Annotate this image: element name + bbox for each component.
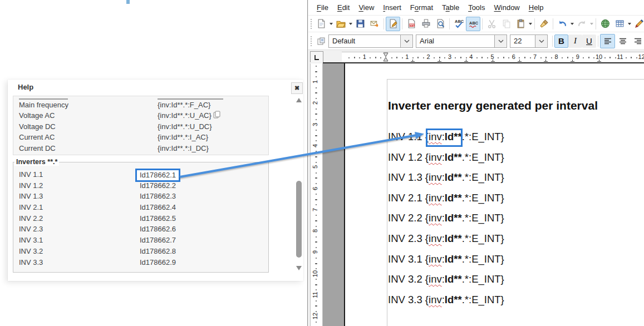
export-pdf-button[interactable]: [404, 17, 419, 31]
margin-marker-icon[interactable]: [383, 52, 389, 62]
close-button[interactable]: ✖: [291, 82, 303, 94]
ruler-number: 6: [512, 53, 515, 60]
vertical-ruler-scale[interactable]: 123456789101112: [310, 63, 323, 326]
ruler-number: 3: [448, 53, 451, 60]
paste-button[interactable]: [513, 17, 528, 31]
scroll-thumb[interactable]: [296, 181, 302, 258]
chevron-down-icon[interactable]: [535, 35, 547, 47]
dropdown-caret-icon[interactable]: [627, 17, 632, 31]
hyperlink-button[interactable]: [598, 17, 612, 31]
ruler-number: 8: [554, 53, 558, 60]
ruler-tick: [316, 311, 317, 312]
ruler-tick: [316, 98, 317, 99]
toolbar-grip[interactable]: [311, 19, 312, 29]
document-page[interactable]: Inverter energy generated per interval I…: [345, 63, 644, 326]
redo-button[interactable]: [574, 17, 589, 31]
ruler-tick: [316, 268, 317, 269]
align-right-button[interactable]: [630, 34, 644, 48]
ruler-tick: [315, 92, 317, 93]
dropdown-caret-icon[interactable]: [589, 17, 594, 31]
menu-item-insert[interactable]: Insert: [378, 2, 406, 13]
ruler-tick: [315, 135, 317, 136]
ruler-tick: [444, 57, 445, 58]
menu-bar: FileEditViewInsertFormatTableToolsWindow…: [308, 0, 644, 16]
inverter-label: INV 2.3: [19, 224, 43, 235]
horizontal-ruler-scale[interactable]: 1123456789101112: [342, 52, 644, 63]
menu-item-window[interactable]: Window: [490, 2, 524, 13]
ruler-number: 8: [312, 229, 318, 233]
styles-icon[interactable]: [314, 34, 328, 48]
ruler-tick: [402, 57, 403, 58]
toolbar-separator: [402, 18, 402, 29]
print-button[interactable]: [419, 17, 433, 31]
menu-item-file[interactable]: File: [312, 2, 333, 13]
dropdown-caret-icon[interactable]: [348, 17, 353, 31]
paste-icon: [516, 19, 525, 28]
dropdown-caret-icon[interactable]: [528, 17, 533, 31]
save-button[interactable]: [353, 17, 367, 31]
menu-item-format[interactable]: Format: [406, 2, 437, 13]
scroll-up-icon[interactable]: [296, 98, 302, 102]
ruler-tick: [417, 57, 419, 58]
copy-button[interactable]: [499, 17, 513, 31]
inverter-label: INV 1.3: [19, 191, 43, 202]
help-scrollbar[interactable]: [295, 96, 303, 272]
toolbar-separator: [553, 18, 553, 29]
toolbar-grip[interactable]: [311, 36, 312, 46]
ruler-tick: [593, 57, 594, 58]
menu-item-view[interactable]: View: [354, 2, 378, 13]
bold-button[interactable]: B: [554, 34, 568, 48]
menu-item-edit[interactable]: Edit: [333, 2, 354, 13]
ruler-tick: [423, 57, 424, 58]
open-document-button[interactable]: [333, 17, 348, 31]
dropdown-caret-icon[interactable]: [569, 17, 574, 31]
new-document-button[interactable]: [314, 17, 328, 31]
page-preview-button[interactable]: [433, 17, 448, 31]
spellcheck-button[interactable]: ABC: [451, 17, 466, 31]
copy-icon[interactable]: [212, 111, 221, 120]
send-email-button[interactable]: [367, 17, 382, 31]
edit-mode-button[interactable]: [386, 17, 400, 31]
cut-icon: [487, 19, 496, 28]
menu-item-table[interactable]: Table: [437, 2, 464, 13]
menu-item-tools[interactable]: Tools: [464, 2, 489, 13]
inverter-row: INV 1.2Id178662.2: [13, 180, 268, 191]
ruler-number: 1: [363, 53, 366, 60]
ruler-tick: [434, 57, 435, 58]
ruler-tick: [316, 87, 317, 88]
cut-button[interactable]: [484, 17, 499, 31]
font-size-combo[interactable]: 22: [510, 34, 548, 48]
align-center-button[interactable]: [615, 34, 630, 48]
auto-spellcheck-button[interactable]: ABC: [466, 17, 480, 31]
tab-stop-selector[interactable]: [310, 51, 323, 63]
ruler-number: 2: [312, 101, 318, 105]
ruler-number: 3: [312, 123, 318, 126]
chevron-down-icon[interactable]: [494, 35, 507, 47]
parameter-row: Current DC{inv:Id**.*:I_DC}: [13, 143, 268, 154]
parameter-row: Voltage DC{inv:Id**.*:U_DC}: [13, 121, 268, 132]
undo-button[interactable]: [555, 17, 569, 31]
export-pdf-icon: [407, 19, 416, 28]
clone-formatting-button[interactable]: [537, 17, 551, 31]
font-name-combo[interactable]: Arial: [416, 34, 507, 48]
scroll-down-icon[interactable]: [296, 266, 302, 270]
ruler-tick: [545, 57, 547, 58]
copy-icon: [502, 19, 511, 28]
draw-functions-button[interactable]: [632, 17, 644, 31]
menu-item-help[interactable]: Help: [524, 2, 548, 13]
ruler-tick: [583, 57, 584, 58]
ruler-tick: [519, 57, 520, 58]
tab-stop-mark: [437, 60, 441, 62]
dropdown-caret-icon[interactable]: [328, 17, 333, 31]
italic-button[interactable]: I: [568, 34, 582, 48]
paragraph-style-combo[interactable]: Default: [328, 34, 413, 48]
hyperlink-icon: [601, 19, 610, 28]
ruler-tick: [316, 66, 317, 67]
chevron-down-icon[interactable]: [400, 35, 412, 47]
underline-button[interactable]: U: [582, 34, 596, 48]
formatting-toolbar: Default Arial 22 B I U: [308, 32, 644, 50]
document-line: INV 3.2 {inv:Id**.*:E_INT}: [388, 269, 504, 290]
ruler-tick: [315, 156, 317, 157]
insert-table-button[interactable]: [612, 17, 627, 31]
align-left-button[interactable]: [600, 34, 615, 48]
